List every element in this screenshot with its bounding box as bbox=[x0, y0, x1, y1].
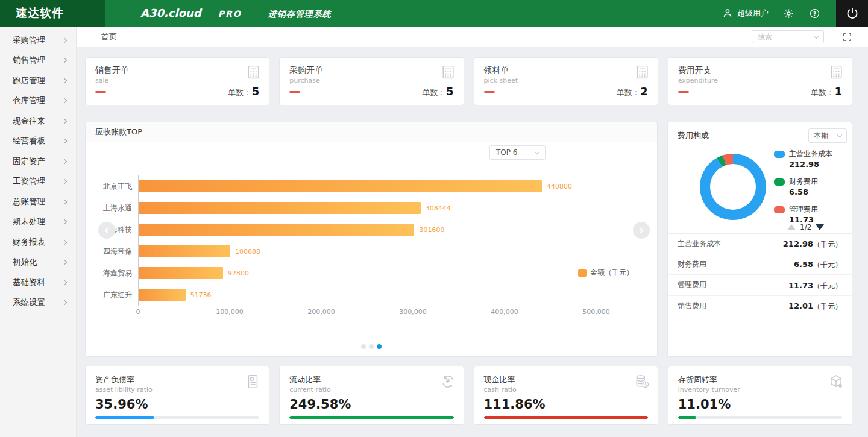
ratio-card-0[interactable]: 资产负债率asset libility ratio35.96% bbox=[85, 366, 269, 425]
search-placeholder: 搜索 bbox=[758, 32, 772, 42]
legend-label: 财务费用 bbox=[789, 177, 818, 187]
sidebar-item-2[interactable]: 跑店管理 bbox=[0, 71, 76, 91]
bar[interactable] bbox=[138, 202, 421, 214]
stat-card-count: 单数 :5 bbox=[228, 85, 259, 98]
bar-value-label: 440800 bbox=[547, 183, 572, 190]
ratio-card-value: 111.86% bbox=[484, 397, 648, 412]
stat-card-3[interactable]: 费用开支expenditure单数 :1 bbox=[668, 57, 852, 105]
main-area: 首页 搜索 销售开单sale单数 :5采购开单purchase单数 :5领料单p… bbox=[77, 27, 868, 437]
expense-panel: 费用构成 本期 主营业务成本212.98财务费用6.58管理费用11.73 1/… bbox=[667, 122, 852, 357]
expense-row-list: 主营业务成本212.98（千元）财务费用6.58（千元）管理费用11.73（千元… bbox=[668, 233, 852, 316]
stat-card-dash bbox=[678, 91, 689, 93]
sidebar-item-7[interactable]: 工资管理 bbox=[0, 172, 76, 192]
sidebar-item-label: 基础资料 bbox=[13, 277, 45, 288]
user-menu[interactable]: 超级用户 bbox=[722, 8, 769, 19]
sidebar-item-label: 现金往来 bbox=[13, 116, 45, 127]
brand-area: A30.cloud PRO 进销存管理系统 bbox=[140, 7, 332, 20]
breadcrumb[interactable]: 首页 bbox=[101, 31, 117, 42]
carousel-dot-1[interactable] bbox=[361, 344, 366, 349]
legend-swatch bbox=[774, 206, 785, 213]
carousel-next-button[interactable] bbox=[633, 222, 650, 239]
stat-card-0[interactable]: 销售开单sale单数 :5 bbox=[85, 57, 269, 105]
period-select[interactable]: 本期 bbox=[808, 128, 847, 143]
x-axis-tick: 0 bbox=[136, 308, 140, 316]
bar[interactable] bbox=[138, 224, 414, 236]
fullscreen-icon[interactable] bbox=[843, 33, 852, 42]
ratio-card-2[interactable]: 现金比率cash ratio111.86% bbox=[474, 366, 658, 425]
legend-label: 主营业务成本 bbox=[789, 149, 832, 159]
expense-row-value: 212.98（千元） bbox=[783, 237, 842, 250]
bar-chart: 北京正飞440800上海永通308444洪海科技301600四海音像100688… bbox=[95, 175, 596, 306]
chevron-left-icon bbox=[105, 227, 111, 233]
ratio-card-title: 流动比率 bbox=[289, 374, 453, 385]
sidebar-item-3[interactable]: 仓库管理 bbox=[0, 91, 76, 112]
calculator-icon bbox=[635, 64, 650, 82]
sidebar-item-5[interactable]: 经营看板 bbox=[0, 131, 76, 152]
carousel-dot-3[interactable] bbox=[377, 344, 382, 349]
bar[interactable] bbox=[138, 245, 230, 257]
sidebar: 采购管理销售管理跑店管理仓库管理现金往来经营看板固定资产工资管理总账管理期末处理… bbox=[0, 27, 77, 437]
ratio-card-subtitle: cash ratio bbox=[484, 386, 648, 394]
stat-card-1[interactable]: 采购开单purchase单数 :5 bbox=[279, 57, 464, 105]
sidebar-item-6[interactable]: 固定资产 bbox=[0, 151, 76, 172]
chevron-right-icon bbox=[62, 78, 67, 83]
bar[interactable] bbox=[138, 180, 542, 192]
sidebar-item-8[interactable]: 总账管理 bbox=[0, 192, 76, 212]
stat-card-row: 销售开单sale单数 :5采购开单purchase单数 :5领料单pick sh… bbox=[85, 57, 852, 105]
expense-legend-pager: 1/2 bbox=[787, 223, 824, 231]
chevron-right-icon bbox=[62, 159, 67, 164]
stat-card-title: 领料单 bbox=[484, 65, 648, 76]
bar-value-label: 100688 bbox=[235, 248, 260, 256]
expense-row-value: 6.58（千元） bbox=[794, 258, 842, 270]
chevron-right-icon bbox=[62, 179, 67, 184]
expense-row-value: 12.01（千元） bbox=[788, 300, 842, 312]
sidebar-item-4[interactable]: 现金往来 bbox=[0, 111, 76, 131]
expense-row: 财务费用6.58（千元） bbox=[668, 254, 852, 275]
sidebar-item-label: 跑店管理 bbox=[13, 75, 45, 86]
sidebar-item-13[interactable]: 系统设置 bbox=[0, 293, 76, 313]
calculator-icon bbox=[441, 64, 456, 82]
receivables-panel-title: 应收账款TOP bbox=[86, 122, 657, 142]
chevron-right-icon bbox=[62, 280, 67, 285]
sidebar-item-9[interactable]: 期末处理 bbox=[0, 212, 76, 233]
product-edition: PRO bbox=[218, 9, 242, 19]
sidebar-item-10[interactable]: 财务报表 bbox=[0, 232, 76, 253]
sidebar-item-0[interactable]: 采购管理 bbox=[0, 30, 76, 51]
bar-value-label: 51736 bbox=[190, 291, 212, 299]
expense-row-label: 财务费用 bbox=[678, 259, 706, 269]
gear-icon[interactable] bbox=[783, 8, 794, 19]
legend-label: 管理费用 bbox=[789, 204, 818, 215]
calculator-icon bbox=[246, 64, 261, 82]
bar-value-label: 92800 bbox=[228, 269, 249, 277]
carousel-prev-button[interactable] bbox=[98, 222, 115, 239]
stat-card-title: 费用开支 bbox=[678, 65, 842, 76]
sidebar-item-11[interactable]: 初始化 bbox=[0, 253, 76, 273]
x-axis-tick: 300,000 bbox=[399, 308, 427, 316]
stat-card-2[interactable]: 领料单pick sheet单数 :2 bbox=[474, 57, 658, 105]
x-axis: 0100,000200,000300,000400,000500,000 bbox=[138, 308, 596, 316]
page-up-button[interactable] bbox=[787, 224, 796, 230]
logout-button[interactable] bbox=[836, 0, 868, 27]
bar-category-label: 海鑫贸易 bbox=[95, 268, 138, 278]
app-root: 速达软件 A30.cloud PRO 进销存管理系统 超级用户 ? bbox=[0, 0, 868, 437]
search-input[interactable]: 搜索 bbox=[752, 30, 824, 43]
carousel-dot-2[interactable] bbox=[369, 344, 374, 349]
legend-label: 金额（千元） bbox=[590, 268, 634, 278]
legend-value: 6.58 bbox=[789, 187, 832, 196]
sidebar-item-12[interactable]: 基础资料 bbox=[0, 272, 76, 293]
carousel-dots bbox=[86, 344, 657, 349]
sidebar-item-1[interactable]: 销售管理 bbox=[0, 51, 76, 71]
chevron-right-icon bbox=[62, 219, 67, 224]
legend-swatch bbox=[774, 178, 785, 186]
ratio-card-3[interactable]: 存货周转率inventory turnover11.01% bbox=[668, 366, 852, 425]
top-n-select[interactable]: TOP 6 bbox=[489, 145, 546, 160]
bar[interactable] bbox=[138, 267, 223, 279]
chevron-right-icon bbox=[62, 139, 67, 143]
sidebar-item-label: 总账管理 bbox=[13, 196, 45, 207]
expense-legend-item: 管理费用11.73 bbox=[774, 204, 832, 224]
ratio-card-1[interactable]: 流动比率current ratio¥249.58% bbox=[279, 366, 464, 425]
page-down-button[interactable] bbox=[816, 224, 824, 230]
bar-category-label: 上海永通 bbox=[95, 203, 138, 213]
help-icon[interactable]: ? bbox=[809, 8, 820, 19]
bar[interactable] bbox=[138, 289, 186, 301]
